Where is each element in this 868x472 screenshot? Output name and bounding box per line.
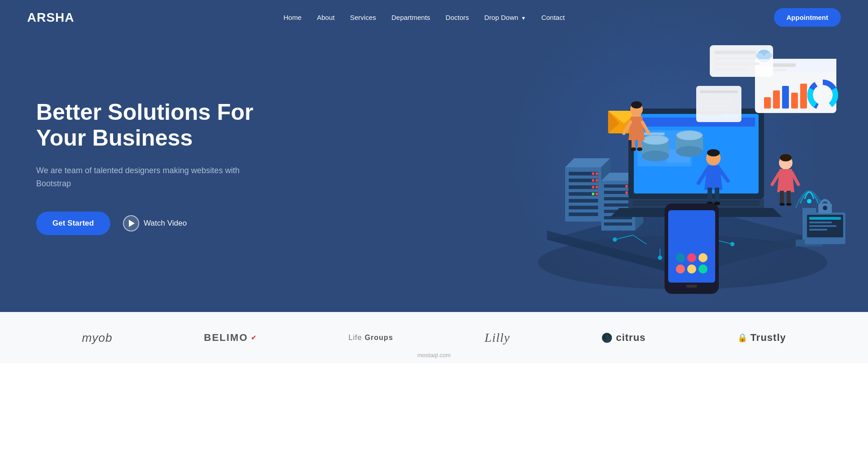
- watermark-text: mostaql.com: [417, 352, 451, 359]
- svg-point-30: [592, 193, 594, 195]
- nav-item-contact[interactable]: Contact: [536, 14, 570, 22]
- svg-rect-75: [714, 57, 755, 60]
- svg-point-134: [698, 264, 708, 274]
- nav-item-services[interactable]: Services: [344, 14, 382, 22]
- svg-point-149: [823, 206, 827, 210]
- appointment-button[interactable]: Appointment: [774, 8, 841, 27]
- svg-point-122: [780, 154, 792, 161]
- svg-point-108: [631, 147, 636, 151]
- svg-rect-85: [700, 96, 731, 98]
- svg-rect-144: [809, 217, 841, 220]
- navbar: ARSHA Home About Services Departments Do…: [0, 0, 868, 35]
- svg-rect-116: [715, 188, 719, 203]
- svg-point-135: [676, 253, 685, 262]
- nav-link-dropdown[interactable]: Drop Down ▼: [479, 11, 531, 24]
- hero-section: Better Solutions For Your Business We ar…: [0, 0, 868, 312]
- svg-rect-67: [773, 90, 780, 109]
- watch-video-label: Watch Video: [144, 219, 187, 228]
- svg-point-6: [613, 238, 617, 241]
- svg-point-22: [595, 172, 598, 175]
- svg-rect-76: [714, 62, 760, 65]
- hero-illustration: [479, 0, 868, 312]
- nav-links: Home About Services Departments Doctors …: [278, 14, 570, 22]
- svg-marker-105: [628, 117, 645, 140]
- svg-rect-125: [787, 191, 791, 204]
- svg-rect-138: [686, 285, 697, 288]
- svg-rect-82: [759, 56, 769, 59]
- svg-point-132: [676, 264, 685, 274]
- client-logo-myob: myob: [82, 331, 113, 345]
- get-started-button[interactable]: Get Started: [36, 212, 110, 235]
- svg-point-42: [625, 191, 628, 194]
- nav-link-contact[interactable]: Contact: [536, 11, 570, 24]
- svg-point-28: [595, 186, 598, 189]
- svg-rect-68: [782, 86, 789, 109]
- svg-rect-70: [800, 84, 807, 109]
- hero-content: Better Solutions For Your Business We ar…: [0, 41, 307, 272]
- svg-rect-89: [700, 114, 722, 116]
- svg-rect-48: [604, 222, 632, 226]
- nav-link-about[interactable]: About: [311, 11, 340, 24]
- clients-bar: myob BELIMO✔ LifeGroups Lilly 🌑citrus 🔒T…: [0, 312, 868, 363]
- svg-point-31: [595, 193, 598, 195]
- svg-rect-147: [809, 229, 827, 231]
- svg-point-8: [658, 256, 662, 260]
- svg-point-96: [642, 151, 669, 161]
- svg-point-104: [631, 101, 642, 109]
- nav-item-about[interactable]: About: [311, 14, 340, 22]
- svg-point-113: [707, 149, 720, 156]
- svg-point-109: [637, 147, 642, 151]
- svg-rect-84: [700, 90, 738, 93]
- svg-rect-33: [569, 206, 598, 209]
- svg-point-136: [687, 253, 696, 262]
- nav-item-doctors[interactable]: Doctors: [440, 14, 475, 22]
- svg-point-24: [592, 179, 594, 182]
- svg-point-25: [595, 179, 598, 182]
- client-logo-lifegroups: LifeGroups: [349, 334, 393, 342]
- nav-link-services[interactable]: Services: [344, 11, 382, 24]
- svg-rect-145: [809, 222, 832, 223]
- chevron-down-icon: ▼: [521, 15, 526, 21]
- client-logo-lilly: Lilly: [485, 330, 510, 345]
- svg-rect-69: [791, 93, 798, 109]
- nav-item-dropdown[interactable]: Drop Down ▼: [479, 14, 531, 22]
- svg-rect-146: [809, 225, 836, 227]
- hero-buttons: Get Started Watch Video: [36, 212, 271, 235]
- hero-subtitle: We are team of talented designers making…: [36, 164, 253, 190]
- svg-rect-45: [604, 203, 632, 207]
- hero-title: Better Solutions For Your Business: [36, 99, 271, 151]
- svg-rect-77: [714, 68, 746, 71]
- brand-logo[interactable]: ARSHA: [27, 10, 75, 25]
- svg-point-100: [676, 146, 703, 157]
- svg-point-101: [677, 131, 702, 140]
- nav-link-doctors[interactable]: Doctors: [440, 11, 475, 24]
- nav-item-home[interactable]: Home: [278, 14, 307, 22]
- svg-rect-87: [700, 105, 727, 107]
- isometric-illustration-svg: [488, 23, 859, 294]
- svg-rect-44: [604, 197, 632, 200]
- nav-link-departments[interactable]: Departments: [386, 11, 436, 24]
- svg-point-27: [592, 186, 594, 189]
- svg-point-127: [786, 203, 792, 206]
- svg-point-12: [731, 242, 734, 246]
- svg-point-39: [625, 185, 628, 188]
- svg-point-97: [643, 136, 668, 145]
- svg-rect-124: [780, 191, 784, 204]
- svg-rect-88: [700, 109, 736, 111]
- svg-point-21: [592, 172, 594, 175]
- svg-rect-115: [708, 188, 712, 203]
- client-logo-belimo: BELIMO✔: [204, 332, 257, 344]
- svg-rect-34: [569, 212, 598, 216]
- nav-link-home[interactable]: Home: [278, 11, 307, 24]
- watch-video-button[interactable]: Watch Video: [123, 215, 187, 231]
- svg-point-137: [698, 253, 708, 262]
- svg-rect-32: [569, 199, 598, 203]
- nav-item-departments[interactable]: Departments: [386, 14, 436, 22]
- client-logo-trustly: 🔒Trustly: [737, 332, 786, 344]
- svg-rect-59: [633, 201, 760, 203]
- svg-point-133: [687, 264, 696, 274]
- play-icon: [123, 215, 139, 231]
- svg-point-141: [807, 199, 811, 203]
- svg-rect-66: [764, 97, 771, 109]
- play-triangle-icon: [129, 220, 135, 227]
